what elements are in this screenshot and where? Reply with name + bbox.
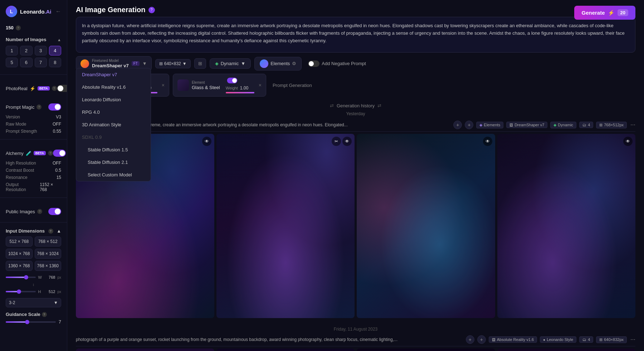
alchemy-row: Alchemy 🧪 BETA ?	[6, 147, 61, 160]
guidance-slider-row: 7	[6, 319, 61, 325]
num-btn-5[interactable]: 5	[6, 58, 18, 67]
width-slider-row: W 768 px	[6, 275, 61, 279]
model-dropdown: DreamShaper v7 Absolute Reality v1.6 Leo…	[76, 68, 151, 181]
input-dim-info-icon[interactable]: ?	[48, 229, 53, 234]
negative-prompt-toggle[interactable]	[308, 60, 319, 67]
dimension-badge[interactable]: ⊞ 640×832 ▼	[155, 59, 191, 68]
dim-btn-768x1024[interactable]: 768 × 1024	[35, 249, 62, 259]
gen-add-btn-2b[interactable]: +	[477, 335, 486, 344]
controls-bar: Finetuned Model DreamShaper v7 FT ▼ ⊞ 64…	[67, 53, 644, 72]
gen-image-1-3[interactable]: 👁	[357, 134, 495, 318]
prompt-textarea[interactable]: In a dystopian future, where artificial …	[76, 17, 635, 53]
elements-gear-icon: ⚙	[292, 61, 296, 66]
guidance-label: Guidance Scale ?	[6, 312, 61, 317]
alchemy-info-icon[interactable]: ?	[48, 151, 53, 156]
token-info-icon[interactable]: ?	[16, 25, 21, 30]
page-header: AI Image Generation ?	[67, 0, 644, 17]
gen-image-1-4-eye[interactable]: 👁	[623, 137, 633, 146]
generation-area: ⇄ Generation history ⇄ Yesterday ...wher…	[67, 99, 644, 351]
gen-image-1-1-eye[interactable]: 👁	[202, 137, 211, 146]
back-button[interactable]: ←	[55, 8, 61, 15]
width-slider[interactable]	[6, 277, 36, 278]
dropdown-item-leonardo-diffusion[interactable]: Leonardo Diffusion	[76, 93, 151, 106]
element-tag-2: Element	[192, 81, 220, 84]
version-row: Version V3	[6, 113, 61, 121]
gen-image-2-1[interactable]: ✂ 👁	[76, 348, 214, 351]
gen-image-1-3-eye[interactable]: 👁	[483, 137, 492, 146]
gen-meta-count2: 🗂 4	[579, 336, 593, 343]
guidance-info-icon[interactable]: ?	[42, 312, 47, 317]
photoreal-row: PhotoReal ⚡ BETA ?	[6, 82, 61, 95]
dim-btn-512x768[interactable]: 512 × 768	[6, 237, 33, 247]
dropdown-item-sd21[interactable]: Stable Diffusion 2.1	[76, 156, 151, 169]
alchemy-toggle[interactable]	[53, 150, 66, 157]
gen-entry-1-menu[interactable]: ⋯	[630, 122, 635, 128]
dropdown-item-sdxl: SDXL 0.9	[76, 131, 151, 143]
gen-image-2-3[interactable]: 👁	[357, 348, 495, 351]
num-btn-2[interactable]: 2	[20, 46, 32, 55]
elements-button[interactable]: Elements ⚙	[254, 57, 302, 70]
dim-btn-1360x768[interactable]: 1360 × 768	[6, 261, 33, 271]
gen-image-1-4[interactable]: 👁	[497, 134, 636, 318]
gen-image-2-4[interactable]: 👁	[497, 348, 636, 351]
negative-prompt-label: Add Negative Prompt	[322, 61, 366, 66]
prompt-magic-toggle[interactable]	[48, 103, 61, 111]
gen-entry-2-prompt: photograph of a purple and orange sunset…	[76, 337, 463, 342]
page-info-icon[interactable]: ?	[148, 7, 155, 13]
dropdown-item-absolute-reality[interactable]: Absolute Reality v1.6	[76, 81, 151, 93]
num-btn-6[interactable]: 6	[20, 58, 32, 67]
gen-add-btn-1[interactable]: +	[453, 121, 462, 129]
dropdown-item-dreamshaperv7[interactable]: DreamShaper v7	[76, 68, 151, 81]
gen-image-2-2[interactable]: 👁	[216, 348, 355, 351]
height-unit: px	[57, 290, 61, 294]
num-btn-4[interactable]: 4	[49, 46, 61, 55]
gen-entry-2-menu[interactable]: ⋯	[630, 337, 635, 342]
prompt-strength-row: Prompt Strength 0.55	[6, 128, 61, 135]
aspect-ratio-select[interactable]: 3-2 ▼	[6, 298, 61, 307]
dim-btn-768x1360[interactable]: 768 × 1360	[35, 261, 62, 271]
gen-image-1-2-eye[interactable]: 👁	[342, 137, 352, 146]
dim-btn-1024x768[interactable]: 1024 × 768	[6, 249, 33, 259]
num-btn-1[interactable]: 1	[6, 46, 18, 55]
photoreal-info-icon[interactable]: ?	[52, 86, 57, 91]
gen-image-1-2[interactable]: ✂ 👁	[216, 134, 355, 318]
gen-image-1-2-scissors[interactable]: ✂	[332, 137, 341, 146]
gen-add-btn-1b[interactable]: +	[465, 121, 473, 129]
dropdown-item-3d-animation[interactable]: 3D Animation Style	[76, 118, 151, 131]
dropdown-item-custom-model[interactable]: Select Custom Model	[76, 169, 151, 181]
dim-btn-768x512[interactable]: 768 × 512	[35, 237, 62, 247]
num-btn-8[interactable]: 8	[49, 58, 61, 67]
element2-remove-button[interactable]: ×	[259, 82, 262, 88]
width-unit: px	[57, 276, 61, 279]
dynamic-chevron-icon: ▼	[241, 61, 245, 66]
photoreal-toggle[interactable]	[57, 85, 67, 92]
dropdown-item-sd15[interactable]: Stable Diffusion 1.5	[76, 143, 151, 156]
gen-entry-2-header: photograph of a purple and orange sunset…	[76, 333, 635, 346]
dropdown-item-rpg40[interactable]: RPG 4.0	[76, 106, 151, 118]
public-images-info-icon[interactable]: ?	[37, 209, 42, 214]
gen-images-1: 👁 ✂ 👁 👁 👁	[76, 134, 635, 318]
public-images-row: Public Images ?	[6, 205, 61, 218]
element1-remove-button[interactable]: ×	[162, 82, 165, 88]
dynamic-selector[interactable]: ◈ Dynamic ▼	[210, 58, 251, 69]
height-slider[interactable]	[6, 291, 36, 292]
generate-token-badge: 20	[618, 9, 628, 16]
generate-button[interactable]: Generate ⚡ 20	[574, 6, 635, 20]
grid-view-button[interactable]: ⊞	[194, 58, 206, 69]
public-images-toggle[interactable]	[48, 208, 61, 215]
element2-weight-slider[interactable]	[226, 92, 254, 93]
element-info-2: Element Glass & Steel	[192, 81, 220, 90]
num-images-label: Number of Images	[6, 37, 46, 42]
num-btn-3[interactable]: 3	[35, 46, 47, 55]
gen-entry-2: photograph of a purple and orange sunset…	[76, 333, 635, 351]
model-type-badge: FT	[132, 61, 140, 66]
gen-entry-1-header: ...where artificial intelligence reigns …	[76, 118, 635, 132]
guidance-slider[interactable]	[6, 321, 56, 323]
prompt-magic-info-icon[interactable]: ?	[36, 104, 42, 109]
gen-meta-model2: 🖼 Absolute Reality v1.6	[489, 336, 537, 343]
dim-chevron-icon: ▼	[182, 61, 187, 66]
element2-toggle[interactable]	[227, 78, 237, 83]
gen-add-btn-2[interactable]: +	[466, 335, 474, 344]
num-btn-7[interactable]: 7	[35, 58, 47, 67]
token-count: 150	[6, 25, 14, 30]
